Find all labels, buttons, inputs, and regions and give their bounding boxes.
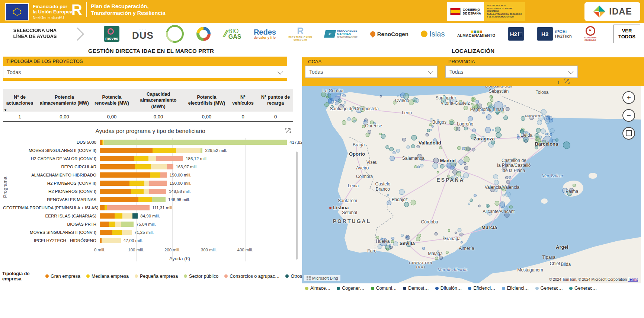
column-header[interactable]: Potencia almacenamiento (MW)	[36, 89, 92, 112]
map-bubble[interactable]	[501, 186, 506, 191]
map-bubble[interactable]	[494, 201, 499, 206]
column-header[interactable]: Capacidad almacenamiento (MWh)	[131, 89, 185, 112]
map-bubble[interactable]	[393, 101, 397, 104]
bar-segment[interactable]	[107, 205, 150, 210]
map-bubble[interactable]	[416, 145, 420, 148]
info-icon[interactable]: i	[558, 79, 559, 85]
bar-segment[interactable]	[129, 181, 145, 186]
bar-category-label[interactable]: IPCEI HY2TECH - HIDRÓGENO	[3, 238, 100, 243]
ccaa-dropdown[interactable]: Todas	[305, 66, 438, 78]
bar-segment[interactable]	[150, 172, 160, 178]
map-bubble[interactable]	[351, 109, 353, 111]
bar-category-label[interactable]: BIOGÁS PRTR	[3, 222, 100, 226]
map-bubble[interactable]	[517, 136, 520, 140]
bar-segment[interactable]	[135, 164, 151, 169]
bar-category-label[interactable]: MOVES SINGULARES II (CONV I)	[3, 230, 100, 235]
stacked-bar[interactable]	[100, 148, 202, 153]
map-bubble[interactable]	[482, 111, 485, 114]
map-bubble[interactable]	[387, 200, 391, 205]
map-bubble[interactable]	[505, 191, 510, 197]
bar-segment[interactable]	[100, 148, 153, 153]
map-bubble[interactable]	[456, 239, 458, 241]
map-bubble[interactable]	[537, 141, 542, 146]
bar-segment[interactable]	[100, 172, 150, 178]
map-bubble[interactable]	[536, 128, 541, 133]
map-bubble[interactable]	[328, 89, 341, 101]
map-bubble[interactable]	[439, 146, 442, 149]
map-bubble[interactable]	[506, 180, 510, 184]
map-bubble[interactable]	[401, 234, 404, 237]
map-bubble[interactable]	[502, 167, 507, 172]
map-bubble[interactable]	[381, 134, 386, 139]
map-bubble[interactable]	[406, 146, 410, 149]
map-bubble[interactable]	[376, 236, 379, 239]
map-bubble[interactable]	[448, 229, 450, 232]
map-bubble[interactable]	[416, 237, 420, 241]
bar-segment[interactable]	[122, 213, 132, 219]
map-bubble[interactable]	[439, 255, 443, 260]
bar-segment[interactable]	[115, 222, 121, 227]
map-bubble[interactable]	[390, 156, 395, 161]
map-bubble[interactable]	[460, 175, 465, 180]
map-bubble[interactable]	[562, 188, 568, 193]
stacked-bar[interactable]	[100, 238, 121, 243]
map-bubble[interactable]	[396, 149, 400, 153]
map-bubble[interactable]	[504, 212, 510, 218]
logo-h2-hy2tech[interactable]: H2 iPCEi Hy2Tech	[537, 27, 572, 41]
map-bubble[interactable]	[521, 116, 525, 121]
tipologia-dropdown[interactable]: Todas	[3, 66, 287, 78]
map-bubble[interactable]	[474, 194, 477, 197]
bar-segment[interactable]	[100, 156, 134, 161]
bar-segment[interactable]	[100, 164, 135, 169]
map-bubble[interactable]	[506, 107, 510, 111]
map-view-button[interactable]	[622, 127, 635, 140]
map-bubble[interactable]	[464, 127, 468, 131]
map-bubble[interactable]	[446, 251, 449, 254]
map-bubble[interactable]	[466, 146, 471, 151]
map-legend-item[interactable]: Eficienci…	[468, 286, 495, 291]
map-bubble[interactable]	[550, 133, 552, 136]
bar-category-label[interactable]: GEOTERMIA PROFUNDA (PENÍNSULA + ISLAS)	[3, 206, 100, 210]
map-bubble[interactable]	[379, 238, 388, 246]
chart-scrollbar[interactable]	[296, 152, 298, 260]
map-bubble[interactable]	[414, 165, 417, 168]
bar-segment[interactable]	[152, 197, 166, 202]
map-bubble[interactable]	[541, 109, 547, 115]
map-bubble[interactable]	[490, 98, 493, 102]
map-bubble[interactable]	[506, 160, 511, 165]
bar-segment[interactable]	[100, 189, 131, 194]
map-bubble[interactable]	[425, 133, 429, 136]
bar-segment[interactable]	[112, 230, 122, 235]
column-header[interactable]: N° vehículos	[228, 89, 258, 112]
stacked-bar[interactable]	[100, 213, 138, 219]
map-bubble[interactable]	[433, 139, 437, 142]
legend-item[interactable]: Pequeña empresa	[135, 274, 178, 279]
bar-segment[interactable]	[102, 238, 121, 243]
map-bubble[interactable]	[437, 171, 439, 174]
bar-segment[interactable]	[153, 148, 176, 153]
bar-category-label[interactable]: ALMACENAMIENTO HIBRIDADO	[3, 173, 100, 177]
map-legend-item[interactable]: Almace…	[305, 286, 330, 291]
map-bubble[interactable]	[408, 99, 414, 105]
map-bubble[interactable]	[404, 202, 409, 207]
map-bubble[interactable]	[486, 114, 491, 120]
stacked-bar[interactable]	[100, 189, 166, 194]
map-bubble[interactable]	[464, 156, 470, 162]
map-bubble[interactable]	[389, 147, 394, 152]
map-legend-item[interactable]: Demost…	[403, 286, 429, 291]
column-header[interactable]: N° puntos de recarga	[258, 89, 293, 112]
map-bubble[interactable]	[555, 139, 558, 141]
stacked-bar[interactable]	[100, 181, 167, 186]
bar-category-label[interactable]: DUS 5000	[3, 140, 100, 144]
map-bubble[interactable]	[339, 104, 344, 109]
map-bubble[interactable]	[459, 233, 463, 236]
map-bubble[interactable]	[452, 98, 456, 102]
map-legend-item[interactable]: Cogener…	[337, 286, 364, 291]
map-bubble[interactable]	[487, 211, 492, 216]
map-bubble[interactable]	[417, 166, 420, 168]
bar-segment[interactable]	[156, 156, 183, 161]
map-bubble[interactable]	[459, 100, 462, 102]
bar-category-label[interactable]: MOVES SINGULARES II (CONV II)	[3, 148, 100, 153]
map-bubble[interactable]	[480, 136, 486, 142]
bar-segment[interactable]	[144, 189, 149, 194]
